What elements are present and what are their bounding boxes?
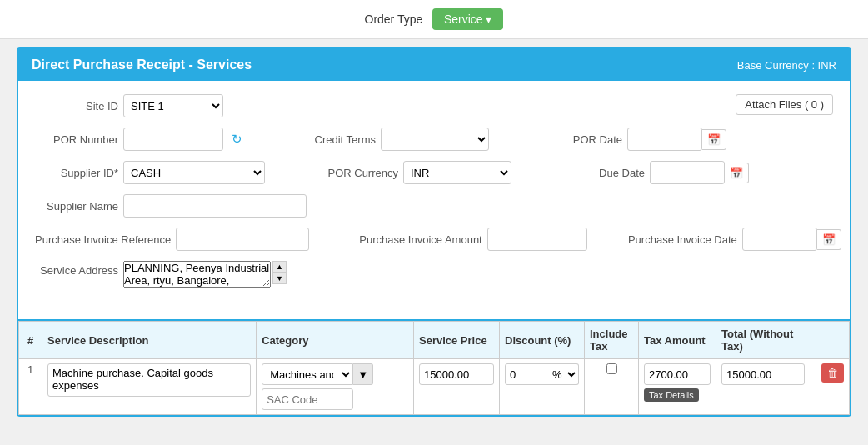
base-currency: Base Currency : INR bbox=[737, 59, 836, 72]
sac-code-input[interactable] bbox=[262, 388, 353, 410]
th-service-price: Service Price bbox=[414, 322, 500, 359]
form-row-5: Purchase Invoice Reference Purchase Invo… bbox=[35, 228, 833, 251]
th-category: Category bbox=[257, 322, 414, 359]
supplier-name-label: Supplier Name bbox=[35, 200, 118, 212]
top-bar: Order Type Service ▾ bbox=[0, 0, 868, 39]
due-date-input[interactable]: 2020-04-05 bbox=[650, 161, 725, 184]
service-price-input[interactable] bbox=[419, 363, 494, 385]
por-date-input[interactable]: 2020-04-05 bbox=[627, 128, 702, 151]
delete-row-button[interactable]: 🗑 bbox=[821, 363, 844, 382]
site-id-label: Site ID bbox=[35, 100, 118, 112]
por-number-group: POR Number POR102 ↻ bbox=[35, 128, 242, 151]
por-currency-group: POR Currency INR bbox=[315, 161, 511, 184]
row-discount-cell: % bbox=[500, 359, 585, 415]
services-table: # Service Description Category Service P… bbox=[18, 321, 850, 415]
service-address-textarea-outer: PLANNING, Peenya Industrial Area, rtyu, … bbox=[123, 261, 287, 288]
supplier-id-label: Supplier ID* bbox=[35, 167, 118, 179]
th-discount: Discount (%) bbox=[500, 322, 585, 359]
purchase-invoice-amount-input[interactable]: 0 bbox=[487, 228, 587, 251]
credit-terms-select[interactable] bbox=[381, 128, 489, 151]
include-tax-checkbox[interactable] bbox=[606, 363, 617, 374]
por-date-calendar-icon[interactable]: 📅 bbox=[702, 129, 726, 150]
service-address-label: Service Address bbox=[35, 264, 118, 277]
th-num: # bbox=[19, 322, 42, 359]
purchase-invoice-ref-label: Purchase Invoice Reference bbox=[35, 233, 171, 246]
row-description-input[interactable]: Machine purchase. Capital goods expenses bbox=[47, 363, 251, 397]
form-section: Site ID SITE 1 Attach Files ( 0 ) POR Nu… bbox=[18, 81, 850, 311]
site-id-select[interactable]: SITE 1 bbox=[123, 94, 223, 118]
purchase-invoice-date-group: Purchase Invoice Date 2020-04-05 📅 bbox=[621, 228, 841, 251]
tax-details-button[interactable]: Tax Details bbox=[644, 388, 699, 402]
site-id-select-wrap: SITE 1 bbox=[123, 94, 223, 118]
por-date-group: POR Date 2020-04-05 📅 bbox=[539, 128, 726, 151]
por-date-label: POR Date bbox=[539, 133, 622, 146]
due-date-label: Due Date bbox=[561, 167, 645, 179]
table-section: # Service Description Category Service P… bbox=[18, 319, 850, 415]
th-include-tax: Include Tax bbox=[585, 322, 639, 359]
discount-input[interactable] bbox=[505, 363, 546, 385]
refresh-icon[interactable]: ↻ bbox=[232, 132, 242, 147]
purchase-invoice-date-label: Purchase Invoice Date bbox=[621, 233, 737, 246]
credit-terms-label: Credit Terms bbox=[292, 133, 376, 146]
purchase-invoice-date-input[interactable]: 2020-04-05 bbox=[742, 228, 817, 251]
due-date-group: Due Date 2020-04-05 📅 bbox=[561, 161, 749, 184]
supplier-name-group: Supplier Name Cash Purchase bbox=[35, 194, 307, 218]
credit-terms-group: Credit Terms bbox=[292, 128, 489, 151]
supplier-id-select-wrap: CASH bbox=[123, 161, 265, 184]
textarea-scroll-down[interactable]: ▼ bbox=[272, 272, 287, 284]
discount-type-select[interactable]: % bbox=[546, 363, 579, 385]
row-service-price-cell bbox=[414, 359, 500, 415]
tax-amount-input[interactable] bbox=[644, 363, 711, 385]
credit-terms-select-wrap bbox=[381, 128, 489, 151]
por-number-input[interactable]: POR102 bbox=[123, 128, 223, 151]
service-address-group: Service Address PLANNING, Peenya Industr… bbox=[35, 261, 287, 288]
table-header-row: # Service Description Category Service P… bbox=[19, 322, 850, 359]
th-tax-amount: Tax Amount bbox=[639, 322, 716, 359]
form-row-2: POR Number POR102 ↻ Credit Terms POR Dat… bbox=[35, 128, 833, 151]
th-total: Total (Without Tax) bbox=[716, 322, 816, 359]
purchase-invoice-date-wrap: 2020-04-05 📅 bbox=[742, 228, 841, 251]
purchase-invoice-ref-group: Purchase Invoice Reference bbox=[35, 228, 309, 251]
purchase-invoice-ref-input[interactable] bbox=[176, 228, 309, 251]
row-num: 1 bbox=[19, 359, 42, 415]
row-tax-amount-cell: Tax Details bbox=[639, 359, 716, 415]
supplier-name-input[interactable]: Cash Purchase bbox=[123, 194, 307, 218]
due-date-wrap: 2020-04-05 📅 bbox=[650, 161, 749, 184]
por-date-wrap: 2020-04-05 📅 bbox=[627, 128, 726, 151]
por-currency-label: POR Currency bbox=[315, 167, 398, 179]
th-description: Service Description bbox=[42, 322, 257, 359]
page-title: Direct Purchase Receipt - Services bbox=[32, 58, 252, 72]
purchase-invoice-amount-label: Purchase Invoice Amount bbox=[359, 233, 481, 246]
category-select-wrap: Machines and Equ ▼ bbox=[262, 363, 408, 385]
service-address-textarea[interactable]: PLANNING, Peenya Industrial Area, rtyu, … bbox=[123, 261, 271, 288]
site-id-group: Site ID SITE 1 bbox=[35, 94, 223, 118]
purchase-invoice-date-calendar-icon[interactable]: 📅 bbox=[817, 229, 841, 250]
form-row-3: Supplier ID* CASH POR Currency INR Due D… bbox=[35, 161, 833, 184]
attach-files-button[interactable]: Attach Files ( 0 ) bbox=[736, 94, 833, 115]
por-number-label: POR Number bbox=[35, 133, 118, 146]
supplier-id-select[interactable]: CASH bbox=[123, 161, 265, 184]
form-row-4: Supplier Name Cash Purchase bbox=[35, 194, 833, 218]
th-action bbox=[816, 322, 850, 359]
due-date-calendar-icon[interactable]: 📅 bbox=[725, 162, 749, 183]
main-container: Direct Purchase Receipt - Services Base … bbox=[17, 48, 851, 417]
row-action-cell: 🗑 bbox=[816, 359, 850, 415]
category-dropdown-btn[interactable]: ▼ bbox=[353, 363, 373, 385]
discount-wrap: % bbox=[505, 363, 579, 385]
table-row: 1 Machine purchase. Capital goods expens… bbox=[19, 359, 850, 415]
main-header: Direct Purchase Receipt - Services Base … bbox=[18, 49, 850, 81]
por-currency-select-wrap: INR bbox=[403, 161, 511, 184]
textarea-scroll-up[interactable]: ▲ bbox=[272, 261, 287, 272]
row-category-cell: Machines and Equ ▼ bbox=[257, 359, 414, 415]
row-description-cell: Machine purchase. Capital goods expenses bbox=[42, 359, 257, 415]
row-include-tax-cell bbox=[585, 359, 639, 415]
total-input[interactable] bbox=[721, 363, 805, 385]
purchase-invoice-amount-group: Purchase Invoice Amount 0 bbox=[359, 228, 586, 251]
form-row-6: Service Address PLANNING, Peenya Industr… bbox=[35, 261, 833, 288]
por-currency-select[interactable]: INR bbox=[403, 161, 511, 184]
order-type-label: Order Type bbox=[365, 12, 423, 26]
supplier-id-group: Supplier ID* CASH bbox=[35, 161, 265, 184]
category-select[interactable]: Machines and Equ bbox=[262, 363, 353, 385]
textarea-scroll-buttons: ▲ ▼ bbox=[272, 261, 287, 284]
service-dropdown-button[interactable]: Service ▾ bbox=[432, 8, 504, 30]
